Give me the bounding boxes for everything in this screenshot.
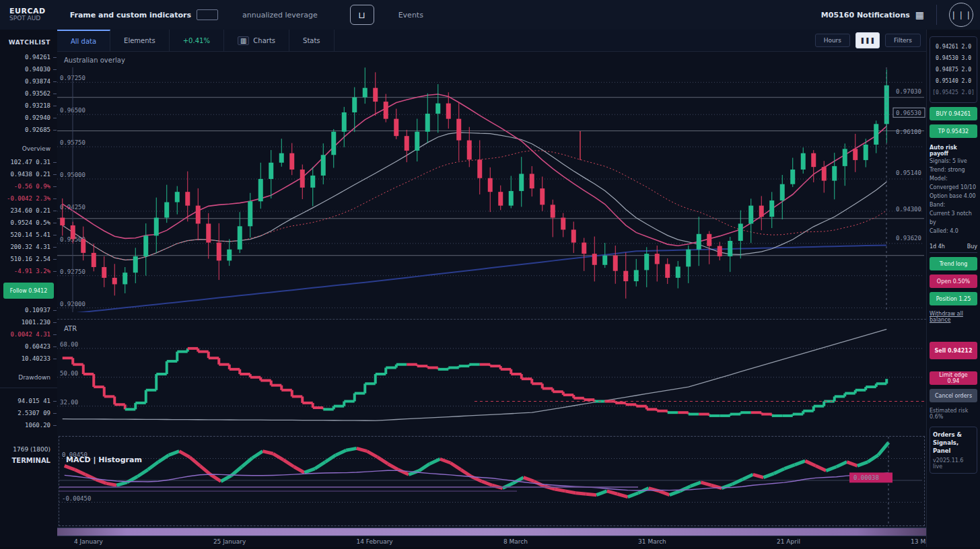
price-scale-label: 0.94300 xyxy=(896,206,921,213)
risk-note: Estimated risk 0.6% xyxy=(930,408,977,420)
timeframe-button[interactable]: Hours xyxy=(815,34,850,47)
watchlist-section-totals: 94.015 412.5307 091060.20 xyxy=(0,395,57,431)
watchlist-title: WATCHLIST xyxy=(0,30,57,51)
stats-title: Auto risk payoff xyxy=(930,145,977,157)
price-scale-label: 0.93620 xyxy=(896,235,921,242)
watchlist-row[interactable]: 510.16 2.54 xyxy=(0,253,57,265)
footer-status: v2025.11.6 live xyxy=(933,458,974,470)
topbar: EURCAD SPOT AUD Frame and custom indicat… xyxy=(0,0,980,30)
price-scale-label: 0.96100 xyxy=(896,129,921,135)
action-button-open-0-50-[interactable]: Open 0.50% xyxy=(930,274,977,288)
notifications-grid-icon[interactable]: ▦ xyxy=(915,9,924,20)
watchlist-row[interactable]: 0.60423 xyxy=(0,340,57,353)
xaxis-label: 14 February xyxy=(357,538,393,545)
panel-footer-card: Orders & Signals, Panel v2025.11.6 live xyxy=(930,427,977,474)
events-icon-button[interactable]: ⊔ xyxy=(350,5,374,25)
tab-all-data[interactable]: All data xyxy=(57,30,110,51)
watchlist-row[interactable]: 2.5307 09 xyxy=(0,407,57,419)
stat-line: Current 3 notch by xyxy=(930,209,977,227)
limit-button[interactable]: Limit edge 0.94 xyxy=(930,371,977,385)
tab-label: Charts xyxy=(253,37,275,44)
tab-stats[interactable]: Stats xyxy=(289,30,335,51)
side-value[interactable]: Buy xyxy=(967,244,977,250)
macd-chart[interactable]: 0.00450-0.004500.00038 xyxy=(59,437,924,524)
watchlist-row[interactable]: 94.015 41 xyxy=(0,395,57,407)
macd-panel: MACD | Histogram 0.00450-0.004500.00038 xyxy=(59,436,925,526)
bar-style-button[interactable]: ❚❚❚ xyxy=(855,32,880,48)
symbol-subtitle: SPOT AUD xyxy=(9,15,46,22)
trading-app: EURCAD SPOT AUD Frame and custom indicat… xyxy=(0,0,980,549)
sell-button[interactable]: Sell 0.94212 xyxy=(930,342,977,359)
follow-button[interactable]: Follow 0.9412 xyxy=(3,283,54,299)
filters-button[interactable]: Filters xyxy=(885,34,921,47)
chart-area: All dataElements+0.41%▥ChartsStats Hours… xyxy=(57,30,926,549)
watchlist-row[interactable]: 0.0042 4.31 xyxy=(0,328,57,340)
frames-mini-input[interactable] xyxy=(197,9,218,20)
quote-row[interactable]: 0.94261 2.0 xyxy=(932,41,975,52)
watchlist-row[interactable]: -4.91 3.2% xyxy=(0,265,57,277)
watchlist-row[interactable]: 234.60 0.21 xyxy=(0,205,57,217)
xaxis-label: 4 January xyxy=(74,538,103,545)
action-button-trend-long[interactable]: Trend long xyxy=(930,257,977,270)
avatar[interactable]: ❘❘❘ xyxy=(949,3,973,27)
watchlist-row[interactable]: 0.93218 xyxy=(0,100,57,112)
quote-row[interactable]: [0.95425 2.0] xyxy=(932,87,975,98)
watchlist-row[interactable]: 0.10937 xyxy=(0,304,57,316)
divider xyxy=(936,5,937,25)
watchlist-row[interactable]: 200.32 4.31 xyxy=(0,241,57,253)
events-label[interactable]: Events xyxy=(398,11,423,20)
tab-elements[interactable]: Elements xyxy=(110,30,170,51)
action-button-position-1-25[interactable]: Position 1.25 xyxy=(930,292,977,305)
watchlist-row[interactable]: 0.94030 xyxy=(0,63,57,75)
buy-limit-button[interactable]: BUY 0.94261 xyxy=(930,107,977,120)
watchlist-row[interactable]: 0.92940 xyxy=(0,112,57,124)
watchlist-row[interactable]: 0.9524 0.5% xyxy=(0,217,57,229)
watchlist-section-prices: 0.942610.940300.938740.935620.932180.929… xyxy=(0,51,57,136)
chart-icon: ▥ xyxy=(238,36,249,45)
watchlist-row[interactable]: 10.40233 xyxy=(0,353,57,365)
avatar-menu-icon: ❘❘❘ xyxy=(950,10,972,20)
menu-annualized-leverage[interactable]: annualized leverage xyxy=(242,11,318,20)
stats-list: Signals: 5 liveTrend: strongModel:Conver… xyxy=(930,157,977,235)
watchlist-row[interactable]: 102.47 0.31 xyxy=(0,156,57,168)
cancel-orders-button[interactable]: Cancel orders xyxy=(930,389,977,402)
take-profit-button[interactable]: TP 0.95432 xyxy=(930,124,977,138)
quote-row[interactable]: 0.94875 2.0 xyxy=(932,64,975,75)
notifications-label[interactable]: M05160 Notifications xyxy=(821,11,910,20)
atr-chart[interactable]: 68.0050.0032.00 xyxy=(57,320,926,429)
period-row: 1d 4h Buy xyxy=(930,244,977,253)
watchlist-row[interactable]: 1001.230 xyxy=(0,316,57,328)
menu-frames-indicators[interactable]: Frame and custom indicators xyxy=(70,11,191,20)
quote-row[interactable]: 0.95140 2.0 xyxy=(932,75,975,87)
tab-label: +0.41% xyxy=(183,37,210,44)
withdraw-link[interactable]: Withdraw all balance xyxy=(930,311,977,323)
stat-line: Called: 4.0 xyxy=(930,227,977,235)
watchlist-row[interactable]: 0.93874 xyxy=(0,75,57,87)
quote-row[interactable]: 0.94530 3.0 xyxy=(932,52,975,64)
drawdown-label: Drawdown xyxy=(0,374,57,381)
watchlist-row[interactable]: 0.9438 0.21 xyxy=(0,168,57,180)
watchlist-row[interactable]: 0.92685 xyxy=(0,124,57,136)
action-buttons: Trend longOpen 0.50%Position 1.25 xyxy=(930,257,977,305)
period-value[interactable]: 1d 4h xyxy=(930,244,945,250)
watchlist-row[interactable]: -0.56 0.9% xyxy=(0,180,57,192)
topbar-right: M05160 Notifications ▦ ❘❘❘ xyxy=(821,3,973,27)
chart-navigator-scrollbar[interactable] xyxy=(57,527,926,536)
watchlist-row[interactable]: 0.94261 xyxy=(0,51,57,63)
xaxis-label: 25 January xyxy=(213,538,246,545)
watchlist-row[interactable]: -0.0042 2.3% xyxy=(0,192,57,205)
watchlist-section-label: Overview xyxy=(0,145,57,152)
price-scale-label: 0.97030 xyxy=(896,88,921,95)
watchlist-row[interactable]: 0.93562 xyxy=(0,87,57,100)
footer-title-2: Panel xyxy=(933,447,974,455)
watchlist-row[interactable]: 520.14 5.41 xyxy=(0,229,57,241)
stat-line: Signals: 5 live xyxy=(930,157,977,166)
main-candlestick-chart[interactable]: 0.972500.965000.957500.950000.942500.935… xyxy=(57,67,926,312)
watchlist-row[interactable]: 1060.20 xyxy=(0,419,57,431)
tab-charts[interactable]: ▥Charts xyxy=(224,30,289,51)
macd-label: MACD | Histogram xyxy=(66,455,142,464)
tab--0-41-[interactable]: +0.41% xyxy=(170,30,224,51)
terminal-value: 1769 (1800) xyxy=(0,446,57,453)
terminal-link[interactable]: TERMINAL xyxy=(0,457,57,464)
symbol-selector[interactable]: EURCAD SPOT AUD xyxy=(9,7,46,22)
